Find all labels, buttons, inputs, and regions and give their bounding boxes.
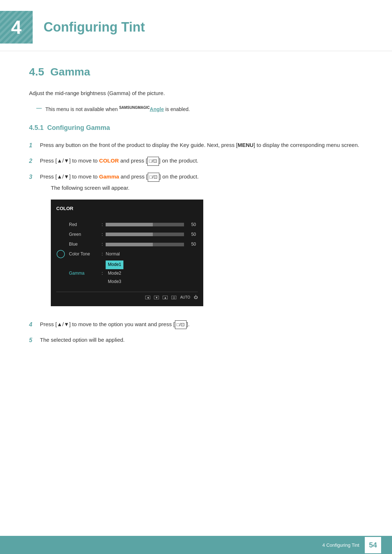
menu-row-blue: Blue : 50 [67, 239, 198, 249]
dropdown-mode3: Mode3 [106, 278, 123, 286]
step-5: 5 The selected option will be applied. [29, 336, 363, 345]
menu-row-gamma: Gamma : Mode1 Mode2 Mode3 [67, 259, 198, 287]
key-symbol-2: □/⊡ [147, 157, 159, 166]
section-title: 4.5 Gamma [29, 66, 363, 78]
chapter-number-block: 4 [0, 11, 33, 44]
main-content: 4.5 Gamma Adjust the mid-range brightnes… [0, 66, 392, 388]
step-number-1: 1 [29, 141, 40, 150]
step-text-4: Press [▲/▼] to move to the option you wa… [40, 320, 189, 329]
side-icon: ◯ [56, 247, 65, 260]
btn-power: ⏻ [194, 294, 198, 301]
step-3: 3 Press [▲/▼] to move to Gamma and press… [29, 172, 363, 313]
step-4: 4 Press [▲/▼] to move to the option you … [29, 320, 363, 329]
value-green: 50 [187, 231, 196, 238]
subsection-title: 4.5.1 Configuring Gamma [29, 124, 363, 132]
note-text: This menu is not available when SAMSUNGM… [45, 105, 190, 113]
brand-magic: SAMSUNGMAGICAngle [119, 106, 165, 112]
section-description: Adjust the mid-range brightness (Gamma) … [29, 89, 363, 98]
step-number-2: 2 [29, 156, 40, 166]
menu-row-red: Red : 50 [67, 220, 198, 230]
page-footer: 4 Configuring Tint 54 [0, 536, 392, 554]
step-text-2: Press [▲/▼] to move to COLOR and press [… [40, 156, 199, 166]
menu-label-colortone: Color Tone [69, 251, 102, 258]
menu-row-green: Green : 50 [67, 230, 198, 239]
progress-green [106, 233, 184, 236]
btn-left: ◄ [145, 296, 150, 299]
step-number-3: 3 [29, 172, 40, 182]
chapter-number: 4 [11, 16, 22, 38]
progress-fill-blue [106, 243, 152, 246]
menu-label-gamma: Gamma [69, 270, 102, 277]
value-blue: 50 [187, 241, 196, 248]
step-2: 2 Press [▲/▼] to move to COLOR and press… [29, 156, 363, 166]
note-box: — This menu is not available when SAMSUN… [29, 105, 363, 113]
menu-body: ◯ Red : [56, 220, 198, 287]
color-keyword: COLOR [99, 157, 119, 164]
side-icon-area: ◯ [56, 220, 67, 287]
value-red: 50 [187, 221, 196, 228]
screen-mockup: COLOR ◯ [51, 200, 203, 306]
screen-mockup-wrapper: COLOR ◯ [51, 200, 203, 306]
btn-enter: ⊡ [171, 296, 176, 299]
colortone-value: Normal [106, 251, 120, 258]
screen-bottom-bar: ◄ ▼ ▲ ⊡ AUTO [56, 292, 198, 301]
menu-label-blue: Blue [69, 241, 102, 248]
btn-auto: AUTO [180, 295, 190, 300]
progress-blue [106, 243, 184, 246]
chapter-title: Configuring Tint [44, 20, 145, 35]
step-text-3: Press [▲/▼] to move to Gamma and press [… [40, 173, 199, 180]
progress-fill-red [106, 223, 152, 226]
step-number-4: 4 [29, 320, 40, 329]
gamma-dropdown: Mode1 Mode2 Mode3 [106, 260, 123, 286]
sub-note-3: The following screen will appear. [51, 184, 203, 192]
dropdown-mode1: Mode1 [106, 260, 123, 269]
menu-label-green: Green [69, 231, 102, 238]
menu-rows: Red : 50 Green : [67, 220, 198, 287]
step-number-5: 5 [29, 336, 40, 345]
steps-list: 1 Press any button on the front of the p… [29, 141, 363, 345]
key-symbol-4: □/⊡ [175, 320, 187, 329]
btn-down: ▼ [154, 296, 159, 299]
dropdown-mode2: Mode2 [106, 269, 123, 278]
footer-page-number: 54 [365, 537, 381, 553]
key-symbol-3: □/⊡ [148, 173, 159, 182]
gamma-keyword: Gamma [99, 173, 119, 180]
progress-red [106, 223, 184, 226]
step-text-5: The selected option will be applied. [40, 336, 124, 344]
menu-label-red: Red [69, 221, 102, 228]
progress-fill-green [106, 233, 152, 236]
menu-row-colortone: Color Tone : Normal [67, 249, 198, 259]
chapter-header: 4 Configuring Tint [0, 0, 392, 51]
step-1: 1 Press any button on the front of the p… [29, 141, 363, 150]
menu-title: COLOR [56, 205, 198, 216]
note-dash: — [36, 105, 42, 111]
btn-up: ▲ [163, 296, 168, 299]
step-text-1: Press any button on the front of the pro… [40, 141, 359, 149]
footer-chapter-text: 4 Configuring Tint [322, 542, 359, 548]
